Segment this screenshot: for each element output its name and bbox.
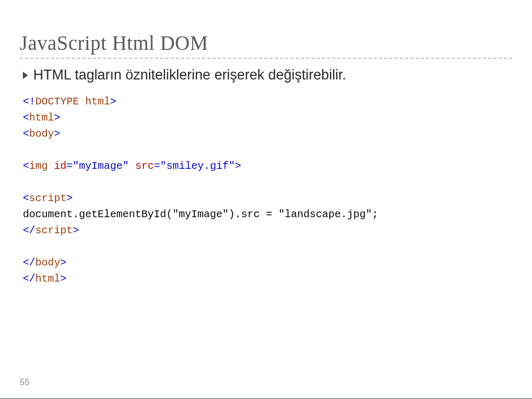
code-block: <!DOCTYPE html><html><body> <img id="myI…: [20, 94, 512, 287]
code-line: <body>: [23, 126, 512, 142]
code-token: <: [23, 160, 29, 172]
code-token: img: [29, 160, 48, 172]
code-token: =: [154, 160, 160, 172]
slide-area: JavaScript Html DOM HTML tagların öznite…: [0, 0, 532, 399]
code-token: html: [29, 112, 54, 124]
code-token: >: [66, 192, 73, 204]
code-line: <!DOCTYPE html>: [23, 94, 512, 110]
code-token: >: [60, 273, 66, 285]
code-token: DOCTYPE: [35, 96, 79, 108]
bullet-text: HTML tagların özniteliklerine erişerek d…: [33, 67, 346, 83]
code-line: document.getElementById("myImage").src =…: [23, 206, 512, 222]
code-token: <: [23, 192, 29, 204]
bullet-item: HTML tagların özniteliklerine erişerek d…: [20, 67, 512, 83]
code-line: <script>: [23, 190, 512, 206]
code-token: </: [23, 224, 35, 236]
code-line: [23, 142, 512, 158]
code-token: <: [23, 112, 29, 124]
code-token: document.getElementById("myImage").src =…: [23, 208, 378, 220]
code-token: >: [235, 160, 241, 172]
svg-marker-0: [23, 72, 28, 79]
code-token: </: [23, 257, 35, 269]
code-token: >: [60, 257, 66, 269]
code-token: =: [66, 160, 73, 172]
code-token: >: [54, 112, 60, 124]
code-token: body: [35, 257, 60, 269]
code-token: </: [23, 273, 35, 285]
code-token: src: [135, 160, 154, 172]
code-token: html: [35, 273, 60, 285]
caret-right-icon: [23, 72, 28, 79]
code-line: <img id="myImage" src="smiley.gif">: [23, 158, 512, 174]
code-token: [79, 96, 85, 108]
code-token: <!: [23, 96, 35, 108]
code-token: "myImage": [73, 160, 129, 172]
code-token: >: [110, 96, 116, 108]
code-line: </script>: [23, 222, 512, 238]
code-token: html: [85, 96, 110, 108]
code-token: >: [73, 224, 79, 236]
title-divider: [20, 58, 512, 59]
code-line: <html>: [23, 110, 512, 126]
code-token: script: [35, 224, 73, 236]
code-token: "smiley.gif": [160, 160, 235, 172]
code-line: [23, 174, 512, 190]
code-token: script: [29, 192, 66, 204]
code-line: </html>: [23, 271, 512, 287]
code-token: <: [23, 128, 29, 140]
code-token: body: [29, 128, 54, 140]
code-token: [129, 160, 135, 172]
page-number: 55: [20, 377, 30, 388]
slide-title: JavaScript Html DOM: [20, 31, 512, 58]
code-token: [48, 160, 54, 172]
code-line: </body>: [23, 255, 512, 271]
code-token: id: [54, 160, 66, 172]
code-line: [23, 238, 512, 255]
code-token: >: [54, 128, 60, 140]
